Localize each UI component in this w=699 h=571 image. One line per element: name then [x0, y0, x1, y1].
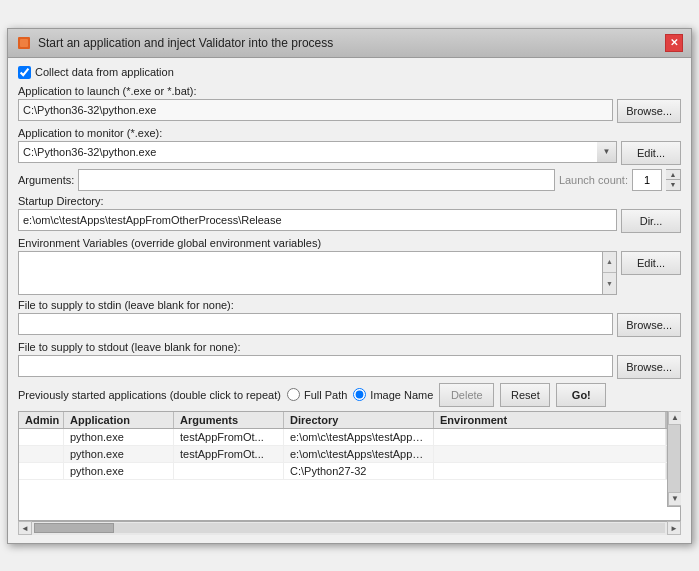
app-monitor-input[interactable] — [18, 141, 617, 163]
dialog: Start an application and inject Validato… — [7, 28, 692, 544]
td-app-3: python.exe — [64, 463, 174, 479]
th-arguments: Arguments — [174, 412, 284, 428]
table-scroll-track — [668, 425, 680, 492]
image-name-radio[interactable] — [353, 388, 366, 401]
stdout-row: Browse... — [18, 355, 681, 379]
table-row[interactable]: python.exe testAppFromOt... e:\om\c\test… — [19, 446, 680, 463]
stdin-browse-button[interactable]: Browse... — [617, 313, 681, 337]
table-scroll-up[interactable]: ▲ — [668, 411, 681, 425]
go-button[interactable]: Go! — [556, 383, 606, 407]
td-admin-1 — [19, 429, 64, 445]
launch-count-label: Launch count: — [559, 174, 628, 186]
td-app-2: python.exe — [64, 446, 174, 462]
prev-apps-table-wrapper: Admin Application Arguments Directory En… — [18, 411, 681, 521]
app-monitor-label: Application to monitor (*.exe): — [18, 127, 681, 139]
table-scroll-left[interactable]: ◄ — [18, 521, 32, 535]
table-scrollbar-v: ▲ ▼ — [667, 411, 681, 507]
table-scroll-track-h[interactable] — [34, 523, 665, 533]
arguments-row: Arguments: Launch count: ▲ ▼ — [18, 169, 681, 191]
table-scroll-right[interactable]: ► — [667, 521, 681, 535]
prev-apps-controls: Previously started applications (double … — [18, 383, 681, 407]
stdout-browse-button[interactable]: Browse... — [617, 355, 681, 379]
app-launch-input[interactable] — [18, 99, 613, 121]
arguments-input[interactable] — [78, 169, 555, 191]
launch-count-spinbox: ▲ ▼ — [666, 169, 681, 191]
image-name-radio-group: Image Name — [353, 388, 433, 401]
env-vars-input[interactable] — [18, 251, 603, 295]
title-bar-left: Start an application and inject Validato… — [16, 35, 333, 51]
app-monitor-row: ▼ Edit... — [18, 141, 681, 165]
full-path-radio[interactable] — [287, 388, 300, 401]
app-icon — [16, 35, 32, 51]
app-launch-label: Application to launch (*.exe or *.bat): — [18, 85, 681, 97]
collect-label: Collect data from application — [35, 66, 174, 78]
stdin-label: File to supply to stdin (leave blank for… — [18, 299, 681, 311]
app-monitor-select-wrapper: ▼ — [18, 141, 617, 163]
dialog-title: Start an application and inject Validato… — [38, 36, 333, 50]
table-row[interactable]: python.exe C:\Python27-32 — [19, 463, 680, 480]
startup-dir-row: Dir... — [18, 209, 681, 233]
td-env-3 — [434, 463, 666, 479]
env-vars-scroll-up[interactable]: ▲ — [603, 252, 616, 274]
th-environment: Environment — [434, 412, 666, 428]
table-header: Admin Application Arguments Directory En… — [19, 412, 680, 429]
launch-count-down-button[interactable]: ▼ — [666, 180, 680, 190]
prev-apps-label: Previously started applications (double … — [18, 389, 281, 401]
td-dir-3: C:\Python27-32 — [284, 463, 434, 479]
table-scroll-thumb-h[interactable] — [34, 523, 114, 533]
env-vars-row: ▲ ▼ Edit... — [18, 251, 681, 295]
th-application: Application — [64, 412, 174, 428]
td-dir-1: e:\om\c\testApps\testAppFromOth... — [284, 429, 434, 445]
td-env-1 — [434, 429, 666, 445]
table-row[interactable]: python.exe testAppFromOt... e:\om\c\test… — [19, 429, 680, 446]
table-scrollbar-h: ◄ ► — [18, 521, 681, 535]
td-args-1: testAppFromOt... — [174, 429, 284, 445]
env-vars-scrollbar: ▲ ▼ — [603, 251, 617, 295]
image-name-label: Image Name — [370, 389, 433, 401]
env-vars-edit-button[interactable]: Edit... — [621, 251, 681, 275]
reset-button[interactable]: Reset — [500, 383, 550, 407]
th-directory: Directory — [284, 412, 434, 428]
env-vars-scroll-down[interactable]: ▼ — [603, 273, 616, 294]
stdout-input[interactable] — [18, 355, 613, 377]
env-vars-input-wrapper: ▲ ▼ — [18, 251, 617, 295]
collect-checkbox[interactable] — [18, 66, 31, 79]
th-admin: Admin — [19, 412, 64, 428]
prev-apps-table: Admin Application Arguments Directory En… — [18, 411, 681, 521]
title-bar: Start an application and inject Validato… — [8, 29, 691, 58]
td-admin-2 — [19, 446, 64, 462]
collect-checkbox-row: Collect data from application — [18, 66, 681, 79]
stdin-row: Browse... — [18, 313, 681, 337]
app-launch-row: Browse... — [18, 99, 681, 123]
td-args-2: testAppFromOt... — [174, 446, 284, 462]
app-monitor-dropdown-arrow[interactable]: ▼ — [597, 141, 617, 163]
env-vars-label: Environment Variables (override global e… — [18, 237, 681, 249]
dialog-content: Collect data from application Applicatio… — [8, 58, 691, 543]
startup-dir-input[interactable] — [18, 209, 617, 231]
stdout-label: File to supply to stdout (leave blank fo… — [18, 341, 681, 353]
table-scroll-down[interactable]: ▼ — [668, 492, 681, 506]
full-path-radio-group: Full Path — [287, 388, 347, 401]
launch-count-input[interactable] — [632, 169, 662, 191]
td-dir-2: e:\om\c\testApps\testAppFromOth... — [284, 446, 434, 462]
stdin-input[interactable] — [18, 313, 613, 335]
svg-rect-1 — [20, 39, 28, 47]
td-app-1: python.exe — [64, 429, 174, 445]
arguments-label: Arguments: — [18, 174, 74, 186]
td-env-2 — [434, 446, 666, 462]
delete-button[interactable]: Delete — [439, 383, 494, 407]
td-admin-3 — [19, 463, 64, 479]
close-button[interactable]: ✕ — [665, 34, 683, 52]
startup-dir-label: Startup Directory: — [18, 195, 681, 207]
app-monitor-edit-button[interactable]: Edit... — [621, 141, 681, 165]
table-body: python.exe testAppFromOt... e:\om\c\test… — [19, 429, 680, 480]
startup-dir-button[interactable]: Dir... — [621, 209, 681, 233]
full-path-label: Full Path — [304, 389, 347, 401]
app-launch-browse-button[interactable]: Browse... — [617, 99, 681, 123]
launch-count-up-button[interactable]: ▲ — [666, 170, 680, 181]
td-args-3 — [174, 463, 284, 479]
